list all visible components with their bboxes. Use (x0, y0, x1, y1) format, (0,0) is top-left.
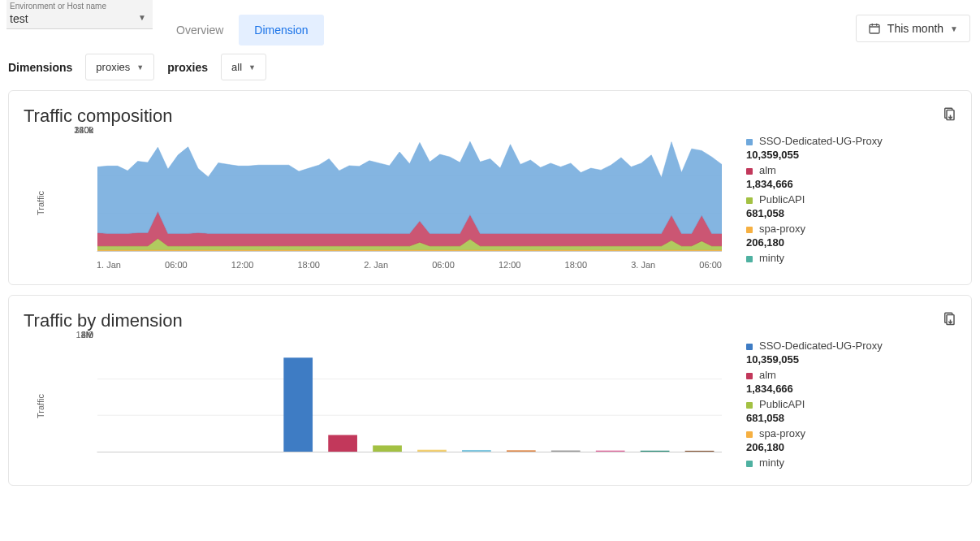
legend-item-value: 10,359,055 (746, 353, 956, 366)
svg-rect-18 (685, 451, 714, 452)
panel-title: Traffic by dimension (24, 310, 956, 331)
date-range-label: This month (887, 22, 943, 35)
legend-item-name: spa-proxy (759, 427, 805, 439)
legend-item-value: 681,058 (746, 412, 956, 424)
legend-item[interactable]: minty (746, 457, 956, 469)
chart-traffic-by-dimension[interactable]: Traffic 12M 8M 4M 0 (24, 335, 730, 477)
x-tick: 2. Jan (364, 260, 388, 270)
legend-item-value: 206,180 (746, 236, 956, 249)
legend-traffic-composition: SSO-Dedicated-UG-Proxy10,359,055alm1,834… (746, 130, 956, 276)
tab-overview[interactable]: Overview (161, 15, 239, 45)
export-icon (942, 106, 956, 122)
svg-rect-0 (870, 24, 879, 33)
legend-item-value: 206,180 (746, 441, 956, 453)
x-tick: 12:00 (231, 260, 254, 270)
x-tick: 06:00 (165, 260, 188, 270)
calendar-icon (868, 22, 881, 35)
y-axis-label: Traffic (36, 394, 45, 418)
svg-rect-16 (596, 451, 625, 452)
legend-item[interactable]: minty (746, 252, 956, 264)
chevron-down-icon: ▼ (136, 63, 144, 71)
legend-item[interactable]: alm (746, 164, 956, 176)
panel-title: Traffic composition (24, 106, 956, 127)
dimensions-label: Dimensions (8, 61, 72, 74)
svg-rect-12 (417, 450, 447, 452)
export-button[interactable] (942, 310, 956, 327)
x-tick: 18:00 (565, 260, 588, 270)
legend-item[interactable]: SSO-Dedicated-UG-Proxy (746, 340, 956, 352)
x-tick: 12:00 (499, 260, 521, 270)
svg-rect-14 (507, 450, 536, 452)
env-selector[interactable]: Environment or Host name test ▼ (6, 0, 153, 29)
legend-item-name: SSO-Dedicated-UG-Proxy (759, 135, 883, 147)
svg-rect-15 (551, 451, 581, 452)
export-button[interactable] (942, 106, 956, 122)
x-tick: 06:00 (699, 260, 722, 270)
legend-traffic-by-dimension: SSO-Dedicated-UG-Proxy10,359,055alm1,834… (746, 335, 956, 477)
legend-item-value: 681,058 (746, 207, 956, 219)
proxies-label: proxies (167, 61, 208, 74)
x-tick: 1. Jan (97, 260, 121, 270)
legend-item-value: 10,359,055 (746, 149, 956, 161)
svg-rect-13 (462, 450, 491, 452)
legend-item-name: PublicAPI (759, 398, 805, 410)
legend-item-name: spa-proxy (759, 223, 805, 235)
legend-item-name: SSO-Dedicated-UG-Proxy (759, 340, 883, 352)
svg-rect-17 (641, 451, 670, 452)
legend-item[interactable]: spa-proxy (746, 427, 956, 439)
panel-traffic-by-dimension: Traffic by dimension Traffic 12M 8M 4M 0… (8, 295, 972, 486)
legend-item[interactable]: PublicAPI (746, 193, 956, 206)
dimensions-select[interactable]: proxies ▼ (85, 54, 154, 80)
svg-rect-11 (373, 445, 402, 452)
legend-item[interactable]: PublicAPI (746, 398, 956, 410)
x-tick: 18:00 (297, 260, 320, 270)
tab-dimension[interactable]: Dimension (239, 15, 323, 45)
export-icon (942, 310, 956, 327)
legend-item-value: 1,834,666 (746, 178, 956, 190)
y-axis-label: Traffic (36, 191, 45, 215)
dimensions-select-value: proxies (96, 61, 130, 73)
chevron-down-icon: ▼ (950, 24, 958, 33)
x-tick: 3. Jan (631, 260, 655, 270)
legend-item-name: alm (759, 164, 776, 176)
svg-rect-9 (283, 357, 313, 452)
legend-item[interactable]: SSO-Dedicated-UG-Proxy (746, 135, 956, 147)
y-tick: 0 (64, 125, 93, 135)
legend-item-value: 1,834,666 (746, 383, 956, 395)
proxies-select[interactable]: all ▼ (221, 54, 266, 80)
chart-traffic-composition[interactable]: Traffic 360k 240k 120k 0 1. Jan06:0012:0… (24, 130, 730, 276)
proxies-select-value: all (231, 61, 242, 73)
svg-rect-10 (328, 435, 357, 452)
legend-item-name: minty (759, 252, 784, 264)
chevron-down-icon: ▼ (138, 13, 146, 22)
env-selector-label: Environment or Host name (10, 2, 149, 11)
x-tick: 06:00 (432, 260, 455, 270)
legend-item[interactable]: spa-proxy (746, 223, 956, 235)
legend-item[interactable]: alm (746, 369, 956, 381)
date-range-button[interactable]: This month ▼ (856, 15, 970, 42)
legend-item-name: alm (759, 369, 776, 381)
legend-item-name: minty (759, 457, 784, 469)
y-tick: 0 (64, 330, 93, 340)
panel-traffic-composition: Traffic composition Traffic 360k 240k 12… (8, 90, 972, 285)
view-tabs: Overview Dimension (161, 15, 324, 45)
chevron-down-icon: ▼ (248, 63, 256, 71)
legend-item-name: PublicAPI (759, 193, 805, 206)
env-selector-value: test (10, 11, 149, 25)
